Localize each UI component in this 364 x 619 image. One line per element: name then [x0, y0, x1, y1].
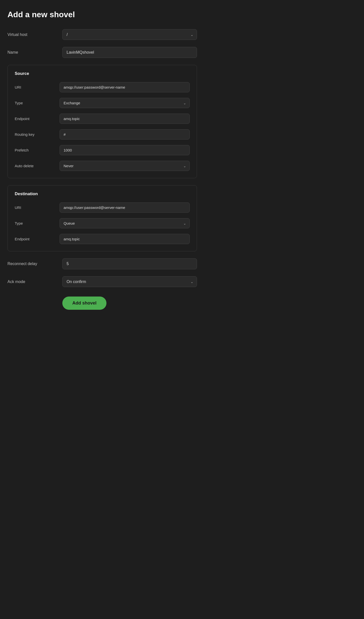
reconnect-delay-label: Reconnect delay [7, 262, 62, 266]
source-auto-delete-select[interactable]: Never After initial length consumed Afte… [60, 161, 190, 171]
source-type-select[interactable]: Exchange Queue [60, 98, 190, 108]
virtual-host-select[interactable]: / [62, 29, 197, 40]
source-endpoint-label: Endpoint [15, 117, 60, 121]
page-title: Add a new shovel [7, 10, 197, 19]
ack-mode-select-wrapper: On confirm On publish No ack ⌄ [62, 276, 197, 287]
destination-type-select[interactable]: Exchange Queue [60, 218, 190, 228]
source-prefetch-input[interactable] [60, 145, 190, 155]
source-type-row: Type Exchange Queue ⌄ [15, 98, 190, 108]
source-auto-delete-label: Auto delete [15, 164, 60, 168]
add-shovel-button[interactable]: Add shovel [62, 297, 106, 310]
name-label: Name [7, 50, 62, 55]
source-uri-input[interactable] [60, 82, 190, 92]
source-routing-key-label: Routing key [15, 132, 60, 137]
reconnect-delay-input[interactable] [62, 258, 197, 269]
destination-section-title: Destination [15, 191, 190, 196]
destination-section: Destination URI Type Exchange Queue ⌄ En… [7, 185, 197, 251]
source-prefetch-label: Prefetch [15, 148, 60, 152]
source-prefetch-row: Prefetch [15, 145, 190, 155]
name-row: Name [7, 47, 197, 58]
destination-uri-input[interactable] [60, 202, 190, 213]
ack-mode-label: Ack mode [7, 280, 62, 284]
ack-mode-row: Ack mode On confirm On publish No ack ⌄ [7, 276, 197, 287]
reconnect-delay-row: Reconnect delay [7, 258, 197, 269]
source-type-label: Type [15, 101, 60, 105]
destination-uri-label: URI [15, 205, 60, 210]
destination-endpoint-input[interactable] [60, 234, 190, 244]
source-uri-row: URI [15, 82, 190, 92]
source-routing-key-input[interactable] [60, 129, 190, 140]
destination-type-label: Type [15, 221, 60, 225]
source-auto-delete-select-wrapper: Never After initial length consumed Afte… [60, 161, 190, 171]
source-auto-delete-row: Auto delete Never After initial length c… [15, 161, 190, 171]
destination-endpoint-row: Endpoint [15, 234, 190, 244]
destination-endpoint-label: Endpoint [15, 237, 60, 241]
source-endpoint-input[interactable] [60, 114, 190, 124]
destination-type-select-wrapper: Exchange Queue ⌄ [60, 218, 190, 228]
source-uri-label: URI [15, 85, 60, 89]
source-routing-key-row: Routing key [15, 129, 190, 140]
virtual-host-label: Virtual host [7, 32, 62, 37]
source-type-select-wrapper: Exchange Queue ⌄ [60, 98, 190, 108]
destination-uri-row: URI [15, 202, 190, 213]
source-section-title: Source [15, 71, 190, 76]
source-endpoint-row: Endpoint [15, 114, 190, 124]
virtual-host-row: Virtual host / ⌄ [7, 29, 197, 40]
ack-mode-select[interactable]: On confirm On publish No ack [62, 276, 197, 287]
name-input[interactable] [62, 47, 197, 58]
source-section: Source URI Type Exchange Queue ⌄ Endpoin… [7, 65, 197, 178]
submit-row: Add shovel [7, 294, 197, 310]
virtual-host-select-wrapper: / ⌄ [62, 29, 197, 40]
destination-type-row: Type Exchange Queue ⌄ [15, 218, 190, 228]
